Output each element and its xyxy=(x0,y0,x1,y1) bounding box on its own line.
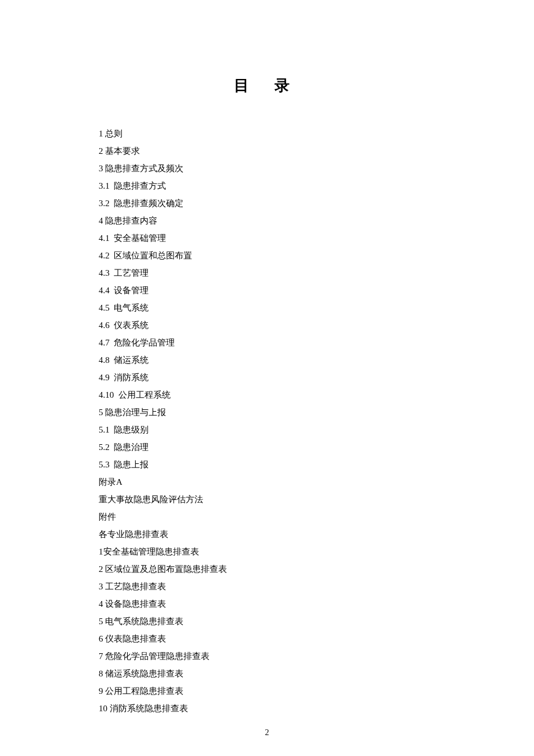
toc-entry: 3 隐患排查方式及频次 xyxy=(99,160,435,177)
toc-title: 目 录 xyxy=(99,75,435,96)
toc-entry: 5.1 隐患级别 xyxy=(99,421,435,438)
toc-entry: 4.10 公用工程系统 xyxy=(99,386,435,404)
toc-entry: 附件 xyxy=(99,508,435,525)
toc-entry: 5.3 隐患上报 xyxy=(99,456,435,473)
toc-entry: 4.8 储运系统 xyxy=(99,351,435,369)
toc-entry: 4.2 区域位置和总图布置 xyxy=(99,247,435,264)
toc-entry: 附录A xyxy=(99,473,435,491)
toc-entry: 1安全基础管理隐患排查表 xyxy=(99,543,435,560)
toc-entry: 4.7 危险化学品管理 xyxy=(99,334,435,351)
toc-entry: 4.4 设备管理 xyxy=(99,282,435,299)
toc-entry: 3.1 隐患排查方式 xyxy=(99,177,435,195)
toc-entry: 3 工艺隐患排查表 xyxy=(99,578,435,595)
toc-entry: 10 消防系统隐患排查表 xyxy=(99,700,435,717)
toc-entry: 3.2 隐患排查频次确定 xyxy=(99,195,435,212)
toc-entry: 4.1 安全基础管理 xyxy=(99,229,435,247)
page-number: 2 xyxy=(0,728,534,737)
toc-entry: 4 设备隐患排查表 xyxy=(99,595,435,613)
toc-entry: 4 隐患排查内容 xyxy=(99,212,435,229)
toc-entry: 7 危险化学品管理隐患排查表 xyxy=(99,647,435,665)
toc-entry: 6 仪表隐患排查表 xyxy=(99,630,435,647)
toc-entry: 8 储运系统隐患排查表 xyxy=(99,665,435,682)
toc-entry: 5.2 隐患治理 xyxy=(99,438,435,456)
toc-entry: 4.9 消防系统 xyxy=(99,369,435,386)
toc-entry: 4.3 工艺管理 xyxy=(99,264,435,282)
toc-list: 1 总则2 基本要求3 隐患排查方式及频次3.1 隐患排查方式3.2 隐患排查频… xyxy=(99,125,435,717)
toc-entry: 4.5 电气系统 xyxy=(99,299,435,316)
toc-entry: 4.6 仪表系统 xyxy=(99,316,435,334)
toc-entry: 各专业隐患排查表 xyxy=(99,525,435,543)
toc-entry: 2 基本要求 xyxy=(99,142,435,160)
toc-entry: 2 区域位置及总图布置隐患排查表 xyxy=(99,560,435,578)
toc-entry: 1 总则 xyxy=(99,125,435,142)
toc-entry: 5 电气系统隐患排查表 xyxy=(99,613,435,630)
toc-entry: 9 公用工程隐患排查表 xyxy=(99,682,435,700)
toc-entry: 重大事故隐患风险评估方法 xyxy=(99,491,435,508)
document-page: 目 录 1 总则2 基本要求3 隐患排查方式及频次3.1 隐患排查方式3.2 隐… xyxy=(0,0,534,717)
toc-entry: 5 隐患治理与上报 xyxy=(99,404,435,421)
